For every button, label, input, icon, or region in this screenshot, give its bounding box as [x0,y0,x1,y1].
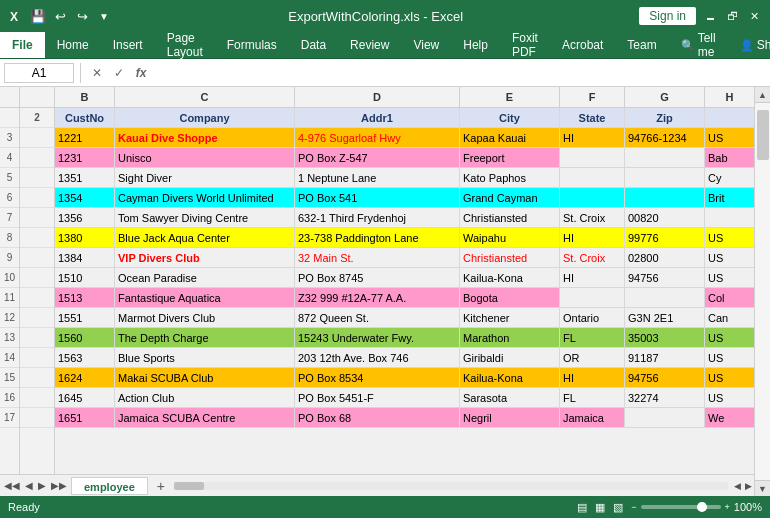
row-label-10[interactable] [20,268,54,288]
cell-extra-4[interactable]: Bab [705,148,754,168]
cell-state-3[interactable]: HI [560,128,625,148]
confirm-formula-icon[interactable]: ✓ [109,66,129,80]
cell-addr-11[interactable]: Z32 999 #12A-77 A.A. [295,288,460,308]
cell-state-14[interactable]: OR [560,348,625,368]
vert-scroll-thumb[interactable] [757,110,769,160]
cell-zip-7[interactable]: 00820 [625,208,705,228]
cell-extra-8[interactable]: US [705,228,754,248]
cell-city-12[interactable]: Kitchener [460,308,560,328]
cell-extra-17[interactable]: We [705,408,754,428]
cell-custno-10[interactable]: 1510 [55,268,115,288]
tab-view[interactable]: View [401,32,451,58]
row-num-10[interactable]: 10 [0,268,19,288]
cell-state-15[interactable]: HI [560,368,625,388]
cell-addr-17[interactable]: PO Box 68 [295,408,460,428]
cell-company-13[interactable]: The Depth Charge [115,328,295,348]
cell-city-3[interactable]: Kapaa Kauai [460,128,560,148]
scroll-up-btn[interactable]: ▲ [755,87,771,103]
cell-city-10[interactable]: Kailua-Kona [460,268,560,288]
col-header-e[interactable]: E [460,87,560,107]
cell-city-5[interactable]: Kato Paphos [460,168,560,188]
add-sheet-button[interactable]: + [152,477,170,495]
cell-addr-6[interactable]: PO Box 541 [295,188,460,208]
row-label-14[interactable] [20,348,54,368]
view-normal-icon[interactable]: ▤ [577,501,587,514]
cell-zip-13[interactable]: 35003 [625,328,705,348]
cell-zip-5[interactable] [625,168,705,188]
row-num-15[interactable]: 15 [0,368,19,388]
cell-state-13[interactable]: FL [560,328,625,348]
row-num-12[interactable]: 12 [0,308,19,328]
cell-zip-12[interactable]: G3N 2E1 [625,308,705,328]
cell-state-7[interactable]: St. Croix [560,208,625,228]
sheet-nav-next[interactable]: ▶ [36,480,48,491]
cell-company-11[interactable]: Fantastique Aquatica [115,288,295,308]
cell-addr-16[interactable]: PO Box 5451-F [295,388,460,408]
row-num-8[interactable]: 8 [0,228,19,248]
row-label-11[interactable] [20,288,54,308]
cell-extra-13[interactable]: US [705,328,754,348]
tab-file[interactable]: File [0,32,45,58]
cell-extra-6[interactable]: Brit [705,188,754,208]
cell-city-6[interactable]: Grand Cayman [460,188,560,208]
zoom-out-btn[interactable]: − [631,502,636,512]
cell-extra-5[interactable]: Cy [705,168,754,188]
zoom-in-btn[interactable]: + [725,502,730,512]
cell-zip-6[interactable] [625,188,705,208]
col-header-d[interactable]: D [295,87,460,107]
cell-addr-14[interactable]: 203 12th Ave. Box 746 [295,348,460,368]
cell-extra-15[interactable]: US [705,368,754,388]
cell-zip-9[interactable]: 02800 [625,248,705,268]
cell-zip-11[interactable] [625,288,705,308]
row-num-7[interactable]: 7 [0,208,19,228]
row-label-2[interactable]: 2 [20,108,54,128]
cancel-formula-icon[interactable]: ✕ [87,66,107,80]
cell-custno-6[interactable]: 1354 [55,188,115,208]
sheet-nav-prev[interactable]: ◀ [23,480,35,491]
header-zip[interactable]: Zip [625,108,705,128]
cell-custno-13[interactable]: 1560 [55,328,115,348]
row-label-4[interactable] [20,148,54,168]
cell-company-9[interactable]: VIP Divers Club [115,248,295,268]
tab-page-layout[interactable]: Page Layout [155,32,215,58]
cell-city-14[interactable]: Giribaldi [460,348,560,368]
tab-foxit[interactable]: Foxit PDF [500,32,550,58]
tab-tell-me[interactable]: 🔍Tell me [669,32,728,58]
redo-icon[interactable]: ↪ [74,8,90,24]
cell-reference-box[interactable]: A1 [4,63,74,83]
cell-addr-15[interactable]: PO Box 8534 [295,368,460,388]
cell-custno-4[interactable]: 1231 [55,148,115,168]
row-num-2[interactable] [0,108,19,128]
cell-zip-10[interactable]: 94756 [625,268,705,288]
cell-company-17[interactable]: Jamaica SCUBA Centre [115,408,295,428]
cell-addr-4[interactable]: PO Box Z-547 [295,148,460,168]
row-num-17[interactable]: 17 [0,408,19,428]
row-label-9[interactable] [20,248,54,268]
cell-extra-14[interactable]: US [705,348,754,368]
cell-company-4[interactable]: Unisco [115,148,295,168]
restore-icon[interactable]: 🗗 [724,8,740,24]
horiz-scroll-thumb[interactable] [174,482,204,490]
cell-company-14[interactable]: Blue Sports [115,348,295,368]
cell-zip-3[interactable]: 94766-1234 [625,128,705,148]
row-label-16[interactable] [20,388,54,408]
row-num-11[interactable]: 11 [0,288,19,308]
cell-state-16[interactable]: FL [560,388,625,408]
cell-custno-3[interactable]: 1221 [55,128,115,148]
header-city[interactable]: City [460,108,560,128]
cell-extra-7[interactable] [705,208,754,228]
row-num-6[interactable]: 6 [0,188,19,208]
cell-extra-16[interactable]: US [705,388,754,408]
cell-addr-12[interactable]: 872 Queen St. [295,308,460,328]
cell-extra-12[interactable]: Can [705,308,754,328]
cell-city-4[interactable]: Freeport [460,148,560,168]
cell-addr-7[interactable]: 632-1 Third Frydenhoj [295,208,460,228]
cell-city-11[interactable]: Bogota [460,288,560,308]
cell-custno-16[interactable]: 1645 [55,388,115,408]
cell-state-17[interactable]: Jamaica [560,408,625,428]
scroll-left-btn[interactable]: ◀ [732,481,743,491]
cell-custno-9[interactable]: 1384 [55,248,115,268]
zoom-thumb[interactable] [697,502,707,512]
cell-city-7[interactable]: Christiansted [460,208,560,228]
view-layout-icon[interactable]: ▦ [595,501,605,514]
